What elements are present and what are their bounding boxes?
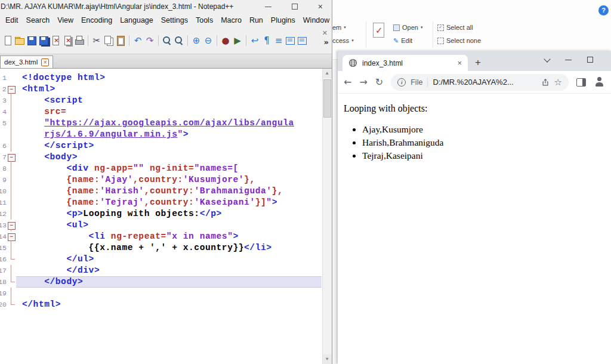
easy-access-button[interactable]: ccess ▾	[332, 37, 354, 44]
code-line[interactable]: 9 {name:'Ajay',country:'Kusumjore'},	[0, 174, 332, 186]
code-line[interactable]: 14 <li ng-repeat="x in names">	[0, 231, 332, 242]
play-macro-icon[interactable]: ▶	[232, 35, 243, 46]
edit-button[interactable]: ✎ Edit	[393, 37, 412, 44]
minimize-button[interactable]	[565, 60, 572, 60]
code-line[interactable]: 12 <p>Looping with objects:</p>	[0, 208, 332, 220]
code-line[interactable]: 20</html>	[0, 299, 332, 310]
code-line[interactable]: rjs/1.6.9/angular.min.js">	[0, 129, 332, 140]
profile-avatar[interactable]	[594, 76, 605, 88]
scrollbar[interactable]: ▲ ▼	[322, 69, 332, 364]
reload-button[interactable]: ↻	[375, 76, 383, 88]
scroll-up-icon[interactable]: ▲	[323, 69, 332, 78]
code-line[interactable]: 19	[0, 288, 332, 299]
scrollbar-thumb[interactable]	[323, 79, 331, 118]
code-text: rjs/1.6.9/angular.min.js">	[16, 129, 322, 140]
share-icon[interactable]	[541, 78, 550, 87]
open-file-icon[interactable]	[14, 35, 25, 46]
fold-guide	[7, 140, 16, 152]
tab-strip: index_3.html × +	[338, 51, 611, 71]
browser-tab[interactable]: index_3.html ×	[342, 55, 468, 71]
properties-icon[interactable]	[371, 22, 386, 40]
menu-item-search[interactable]: Search	[26, 16, 50, 24]
select-all-button[interactable]: Select all	[437, 24, 473, 31]
code-line[interactable]: 16 </ul>	[0, 254, 332, 265]
code-line[interactable]: 5 "https://ajax.googleapis.com/ajax/libs…	[0, 118, 332, 129]
menu-item-macro[interactable]: Macro	[221, 16, 242, 24]
zoom-in-icon[interactable]: ⊕	[191, 35, 202, 46]
code-line[interactable]: 17 </div>	[0, 265, 332, 276]
cut-icon[interactable]: ✂	[91, 35, 102, 46]
code-line[interactable]: 7 <body>	[0, 152, 332, 163]
page-info-icon[interactable]	[397, 78, 406, 87]
close-document-icon[interactable]: ✕	[322, 29, 328, 37]
show-all-characters-icon[interactable]: ¶	[261, 35, 272, 46]
document-map-icon[interactable]	[285, 35, 296, 46]
code-line[interactable]: 13 <ul>	[0, 220, 332, 231]
tab-close-icon[interactable]: ×	[41, 58, 49, 66]
record-macro-icon[interactable]: ●	[220, 35, 231, 46]
code-line[interactable]: 3 <script	[0, 95, 332, 106]
code-line[interactable]: 15 {{x.name + ',' + x.country}}</li>	[0, 242, 332, 254]
maximize-button[interactable]	[292, 4, 298, 10]
menu-item-tools[interactable]: Tools	[196, 16, 213, 24]
paste-icon[interactable]	[115, 35, 126, 46]
code-line[interactable]: 11 {name:'Tejraj',country:'Kaseipani'}]"…	[0, 197, 332, 208]
menu-item-settings[interactable]: Settings	[161, 16, 188, 24]
code-line-current[interactable]: 18 </body>	[0, 276, 332, 288]
function-list-icon[interactable]	[297, 35, 308, 46]
address-bar[interactable]: File D:/MR.%20AJAYA%2... ☆	[391, 74, 569, 91]
help-icon[interactable]: ?	[598, 5, 609, 16]
select-none-button[interactable]: Select none	[437, 37, 481, 44]
fold-marker-icon[interactable]	[7, 231, 16, 242]
zoom-out-icon[interactable]: ⊖	[203, 35, 214, 46]
code-line[interactable]: 1<!doctype html>	[0, 72, 332, 84]
menu-item-encoding[interactable]: Encoding	[81, 16, 112, 24]
code-line[interactable]: 6 </script>	[0, 140, 332, 152]
word-wrap-icon[interactable]: ↩	[249, 35, 260, 46]
save-all-icon[interactable]	[38, 35, 49, 46]
tab-close-icon[interactable]: ×	[457, 58, 462, 67]
code-line[interactable]: 4 src=	[0, 106, 332, 118]
undo-icon[interactable]: ↶	[132, 35, 143, 46]
code-line[interactable]: 2<html>	[0, 84, 332, 95]
code-line[interactable]: 8 <div ng-app="" ng-init="names=[	[0, 163, 332, 174]
line-number: 7	[0, 152, 7, 163]
tab-search-chevron-icon[interactable]	[544, 55, 550, 62]
line-number: 2	[0, 84, 7, 95]
fold-marker-icon[interactable]	[7, 84, 16, 95]
menu-item-edit[interactable]: Edit	[5, 16, 18, 24]
back-button[interactable]: ←	[344, 76, 351, 88]
menu-item-language[interactable]: Language	[120, 16, 153, 24]
find-icon[interactable]	[162, 35, 172, 46]
fold-marker-icon[interactable]	[7, 220, 16, 231]
document-tab[interactable]: dex_3.html ×	[0, 55, 53, 68]
code-editor[interactable]: 1<!doctype html>2<html>3 <script4 src=5 …	[0, 68, 332, 364]
toolbar-overflow-icon[interactable]: »	[324, 38, 329, 46]
save-file-icon[interactable]	[26, 35, 37, 46]
new-item-button[interactable]: em ▾	[332, 24, 346, 31]
replace-icon[interactable]	[174, 35, 184, 46]
menu-item-plugins[interactable]: Plugins	[271, 16, 295, 24]
menu-item-run[interactable]: Run	[249, 16, 263, 24]
close-all-icon[interactable]	[62, 35, 73, 46]
redo-icon[interactable]: ↷	[144, 35, 155, 46]
new-file-icon[interactable]	[2, 35, 13, 46]
menu-item-window[interactable]: Window	[303, 16, 329, 24]
forward-button[interactable]: →	[359, 76, 367, 88]
minimize-button[interactable]	[265, 7, 271, 7]
url-text[interactable]: D:/MR.%20AJAYA%2...	[433, 78, 536, 87]
copy-icon[interactable]	[103, 35, 114, 46]
open-button[interactable]: Open ▾	[393, 24, 422, 31]
indent-guides-icon[interactable]: ≡	[273, 35, 284, 46]
fold-marker-icon[interactable]	[7, 152, 16, 163]
side-panel-icon[interactable]	[576, 78, 586, 87]
print-icon[interactable]	[74, 35, 85, 46]
maximize-button[interactable]	[587, 57, 593, 63]
bookmark-star-icon[interactable]: ☆	[554, 77, 562, 88]
close-file-icon[interactable]	[50, 35, 61, 46]
new-tab-button[interactable]: +	[475, 57, 481, 67]
close-button[interactable]: ×	[318, 2, 323, 11]
scroll-down-icon[interactable]: ▼	[323, 354, 332, 364]
menu-item-view[interactable]: View	[57, 16, 73, 24]
code-line[interactable]: 10 {name:'Harish',country:'Brahmaniguda'…	[0, 186, 332, 197]
